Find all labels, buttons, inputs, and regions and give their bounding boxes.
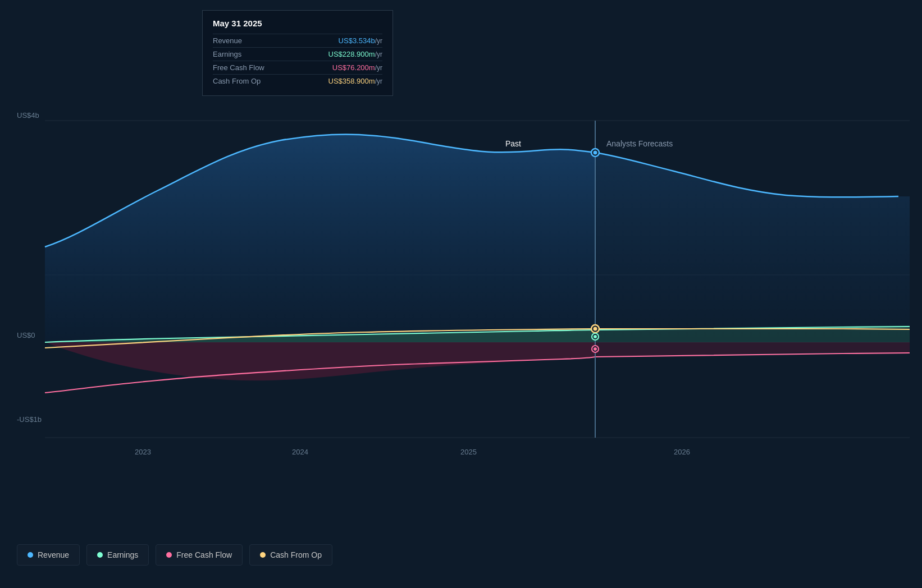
tooltip-row-earnings: Earnings US$228.900m/yr xyxy=(213,47,382,61)
x-label-2024: 2024 xyxy=(292,448,308,456)
legend-label-cfo: Cash From Op xyxy=(270,550,322,559)
tooltip-row-cfo: Cash From Op US$358.900m/yr xyxy=(213,74,382,88)
svg-point-11 xyxy=(594,335,597,338)
legend-item-revenue[interactable]: Revenue xyxy=(17,544,80,566)
x-label-2025: 2025 xyxy=(460,448,477,456)
tooltip-value-fcf: US$76.200m/yr xyxy=(332,63,382,72)
svg-point-9 xyxy=(594,327,597,331)
tooltip-value-revenue: US$3.534b/yr xyxy=(339,36,382,45)
legend-item-fcf[interactable]: Free Cash Flow xyxy=(156,544,243,566)
legend-item-cfo[interactable]: Cash From Op xyxy=(249,544,332,566)
legend-dot-cfo xyxy=(260,552,266,558)
forecast-label: Analysts Forecasts xyxy=(606,139,673,148)
past-label: Past xyxy=(505,139,521,148)
tooltip-label-cfo: Cash From Op xyxy=(213,77,261,85)
y-label-4b: US$4b xyxy=(17,111,39,120)
x-label-2023: 2023 xyxy=(135,448,151,456)
chart-svg xyxy=(0,0,922,483)
legend-dot-earnings xyxy=(97,552,103,558)
tooltip-row-revenue: Revenue US$3.534b/yr xyxy=(213,34,382,47)
tooltip-label-revenue: Revenue xyxy=(213,36,242,45)
legend-dot-revenue xyxy=(28,552,33,558)
legend-label-fcf: Free Cash Flow xyxy=(176,550,232,559)
tooltip-value-cfo: US$358.900m/yr xyxy=(328,77,382,85)
chart-container: May 31 2025 Revenue US$3.534b/yr Earning… xyxy=(0,0,922,588)
tooltip-label-earnings: Earnings xyxy=(213,50,241,58)
legend: Revenue Earnings Free Cash Flow Cash Fro… xyxy=(17,544,332,566)
tooltip-row-fcf: Free Cash Flow US$76.200m/yr xyxy=(213,61,382,74)
y-label-0: US$0 xyxy=(17,331,35,339)
x-label-2026: 2026 xyxy=(674,448,690,456)
tooltip-date: May 31 2025 xyxy=(213,19,382,28)
tooltip: May 31 2025 Revenue US$3.534b/yr Earning… xyxy=(202,10,393,96)
legend-label-revenue: Revenue xyxy=(38,550,69,559)
legend-item-earnings[interactable]: Earnings xyxy=(86,544,149,566)
tooltip-value-earnings: US$228.900m/yr xyxy=(328,50,382,58)
legend-label-earnings: Earnings xyxy=(107,550,138,559)
svg-point-7 xyxy=(594,151,597,155)
legend-dot-fcf xyxy=(166,552,172,558)
svg-point-13 xyxy=(594,347,597,351)
tooltip-label-fcf: Free Cash Flow xyxy=(213,63,264,72)
y-label-neg1b: -US$1b xyxy=(17,415,42,424)
